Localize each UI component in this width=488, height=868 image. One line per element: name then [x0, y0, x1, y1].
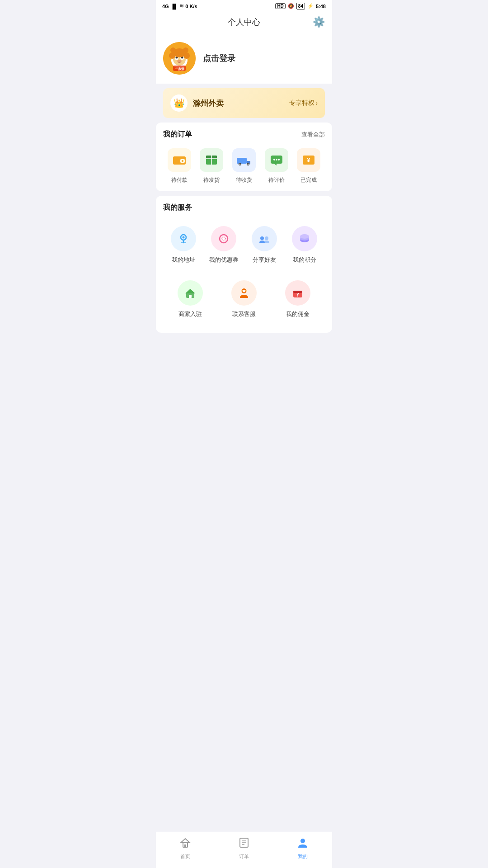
nav-orders[interactable]: 订单: [215, 837, 273, 860]
service-support[interactable]: 联系客服: [217, 276, 271, 326]
order-icons-row: 待付款 待发货 待收货 待评价: [163, 148, 325, 184]
avatar[interactable]: 一点酒: [163, 42, 196, 75]
vip-banner[interactable]: 👑 滁州外卖 专享特权 ›: [163, 88, 325, 118]
points-label: 我的积分: [293, 256, 316, 264]
order-pending-payment[interactable]: 待付款: [163, 148, 196, 184]
avatar-image: 一点酒: [163, 42, 196, 75]
orders-header: 我的订单 查看全部: [163, 130, 325, 139]
service-commission[interactable]: ¥ 我的佣金: [271, 276, 325, 326]
svg-point-51: [241, 290, 243, 292]
view-all-orders[interactable]: 查看全部: [301, 131, 325, 139]
service-share[interactable]: 分享好友: [244, 222, 285, 271]
svg-point-26: [239, 164, 240, 165]
svg-marker-23: [247, 158, 250, 164]
hd-badge: HD: [275, 3, 285, 9]
points-icon: [292, 226, 317, 251]
order-pending-review[interactable]: 待评价: [260, 148, 293, 184]
svg-point-30: [273, 159, 275, 160]
status-bar: 4G ▐▌ ≋ 0 K/s HD 🔕 84 ⚡ 5:48: [156, 0, 332, 11]
commission-icon: ¥: [285, 280, 310, 306]
vip-privilege-text: 专享特权: [289, 99, 314, 107]
data-speed: 0 K/s: [185, 4, 197, 9]
vip-privilege[interactable]: 专享特权 ›: [289, 99, 318, 107]
svg-point-11: [170, 47, 176, 53]
chevron-right-icon: ›: [315, 99, 318, 107]
services-header: 我的服务: [163, 203, 325, 212]
services-title: 我的服务: [163, 203, 192, 212]
order-pending-ship[interactable]: 待发货: [196, 148, 228, 184]
pending-ship-icon: [200, 148, 223, 172]
svg-text:一点酒: 一点酒: [175, 67, 184, 71]
vip-name: 滁州外卖: [193, 98, 224, 108]
mine-label: 我的: [298, 853, 308, 860]
bolt-icon: ⚡: [307, 3, 314, 9]
orders-label: 订单: [239, 853, 249, 860]
svg-point-17: [182, 160, 183, 162]
svg-rect-48: [189, 295, 192, 298]
wifi-signal: ≋: [179, 3, 183, 9]
svg-marker-56: [181, 839, 190, 843]
svg-point-31: [276, 159, 277, 160]
service-address[interactable]: 我的地址: [163, 222, 204, 271]
service-merchant[interactable]: 商家入驻: [163, 276, 217, 326]
battery-icon: 84: [296, 3, 305, 9]
services-row-1: 我的地址 我的优惠券 分享好友: [163, 222, 325, 271]
status-right: HD 🔕 84 ⚡ 5:48: [275, 3, 326, 9]
merchant-label: 商家入驻: [178, 310, 202, 318]
address-icon: [171, 226, 196, 251]
service-points[interactable]: 我的积分: [285, 222, 325, 271]
nav-home[interactable]: 首页: [156, 837, 215, 860]
svg-rect-58: [184, 844, 186, 847]
svg-point-12: [183, 47, 188, 53]
support-icon: [231, 280, 257, 306]
page-header: 个人中心 ⚙️: [156, 11, 332, 33]
svg-point-40: [222, 237, 225, 240]
vip-left: 👑 滁州外卖: [170, 94, 224, 112]
svg-text:¥: ¥: [307, 156, 310, 164]
user-section[interactable]: 一点酒 点击登录: [156, 33, 332, 84]
orders-title: 我的订单: [163, 130, 192, 139]
svg-point-45: [300, 234, 309, 239]
coupon-icon: [211, 226, 236, 251]
mine-icon: [297, 837, 309, 851]
settings-button[interactable]: ⚙️: [313, 16, 325, 28]
orders-icon: [238, 837, 250, 851]
clock: 5:48: [316, 4, 326, 9]
svg-marker-29: [274, 164, 277, 165]
order-completed[interactable]: ¥ 已完成: [292, 148, 325, 184]
services-card: 我的服务 我的地址 我的优惠券 分享好友: [156, 196, 332, 333]
merchant-icon: [178, 280, 203, 306]
share-icon: [252, 226, 277, 251]
bell-icon: 🔕: [288, 3, 294, 9]
address-label: 我的地址: [172, 256, 195, 264]
wifi-icon: ▐▌: [171, 4, 178, 9]
page-title: 个人中心: [228, 17, 260, 28]
order-pending-receive[interactable]: 待收货: [228, 148, 260, 184]
pending-payment-label: 待付款: [171, 176, 188, 184]
commission-label: 我的佣金: [286, 310, 310, 318]
network-signal: 4G: [162, 4, 169, 9]
svg-point-27: [247, 164, 249, 165]
svg-point-52: [245, 290, 247, 292]
coupon-label: 我的优惠券: [209, 256, 239, 264]
services-row-2: 商家入驻 联系客服 ¥ 我的佣金: [163, 276, 325, 326]
service-coupon[interactable]: 我的优惠券: [204, 222, 244, 271]
svg-text:¥: ¥: [297, 292, 300, 297]
login-text[interactable]: 点击登录: [203, 53, 235, 64]
svg-point-63: [300, 839, 305, 843]
completed-icon: ¥: [297, 148, 320, 172]
svg-point-36: [182, 236, 184, 239]
svg-point-50: [243, 290, 245, 292]
svg-marker-47: [185, 289, 195, 293]
svg-point-41: [260, 236, 264, 240]
svg-point-32: [278, 159, 280, 160]
support-label: 联系客服: [232, 310, 256, 318]
nav-mine[interactable]: 我的: [273, 837, 332, 860]
svg-rect-22: [237, 158, 247, 164]
bottom-navigation: 首页 订单 我的: [156, 832, 332, 868]
pending-receive-icon: [232, 148, 256, 172]
svg-point-10: [183, 52, 190, 59]
home-icon: [179, 837, 191, 851]
pending-review-icon: [265, 148, 288, 172]
share-label: 分享好友: [253, 256, 276, 264]
